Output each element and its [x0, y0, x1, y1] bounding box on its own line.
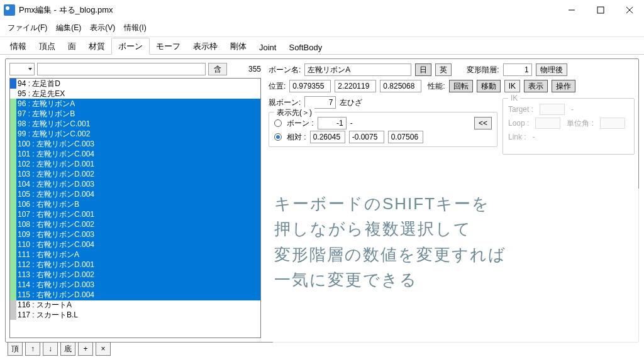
ik-angle-label: 単位角 : [567, 118, 594, 129]
list-item[interactable]: 94 : 左足首D [10, 79, 260, 89]
add-button[interactable]: + [78, 342, 93, 356]
list-item[interactable]: 110 : 右靴リボンC.004 [10, 239, 260, 250]
swatch-icon [10, 179, 16, 189]
pos-z-input[interactable] [380, 80, 421, 92]
tab-display[interactable]: 表示枠 [187, 38, 224, 54]
lang-en-button[interactable]: 英 [435, 63, 452, 76]
list-item[interactable]: 108 : 右靴リボンC.002 [10, 219, 260, 229]
swatch-icon [10, 149, 16, 159]
list-item[interactable]: 95 : 左足先EX [10, 89, 260, 99]
search-go-button[interactable]: 含 [208, 63, 227, 75]
list-item-label: 98 : 左靴リボンC.001 [16, 119, 260, 129]
pos-x-input[interactable] [289, 80, 331, 92]
ik-toggle[interactable]: IK [504, 80, 520, 92]
list-item[interactable]: 107 : 右靴リボンC.001 [10, 209, 260, 219]
menu-edit[interactable]: 編集(E) [56, 23, 81, 33]
menu-view[interactable]: 表示(V) [90, 23, 115, 33]
display-toggle[interactable]: 表示 [524, 80, 548, 92]
menu-info[interactable]: 情報(I) [124, 23, 146, 33]
move-bottom-button[interactable]: 底 [60, 342, 75, 356]
list-item-label: 111 : 右靴リボンA [16, 250, 260, 260]
list-item-label: 94 : 左足首D [16, 79, 60, 89]
deform-layer-input[interactable] [503, 63, 532, 76]
list-item[interactable]: 96 : 左靴リボンA [10, 99, 260, 109]
rel-z-input[interactable] [388, 131, 423, 143]
search-input[interactable] [37, 63, 206, 75]
list-item[interactable]: 113 : 右靴リボンD.002 [10, 270, 260, 280]
move-toggle[interactable]: 移動 [477, 80, 501, 92]
list-item[interactable]: 116 : スカートA [10, 300, 260, 310]
list-item[interactable]: 99 : 左靴リボンC.002 [10, 129, 260, 139]
list-item[interactable]: 101 : 左靴リボンC.004 [10, 149, 260, 159]
minimize-button[interactable] [557, 0, 586, 20]
list-item[interactable]: 97 : 左靴リボンB [10, 109, 260, 119]
list-item-label: 100 : 左靴リボンC.003 [16, 139, 260, 150]
list-item[interactable]: 117 : スカートB.L [10, 310, 260, 320]
swatch-icon [10, 159, 16, 169]
list-item[interactable]: 98 : 左靴リボンC.001 [10, 119, 260, 129]
parent-bone-label: 親ボーン: [269, 97, 301, 108]
tab-vertex[interactable]: 頂点 [33, 38, 62, 54]
tab-rigid[interactable]: 剛体 [224, 38, 253, 54]
maximize-button[interactable] [586, 0, 615, 20]
tab-material[interactable]: 材質 [82, 38, 111, 54]
lang-jp-button[interactable]: 日 [415, 63, 431, 76]
list-item-label: 103 : 左靴リボンD.002 [16, 169, 260, 180]
tab-morph[interactable]: モーフ [150, 38, 187, 54]
move-down-button[interactable]: ↓ [43, 342, 58, 356]
tab-bar: 情報 頂点 面 材質 ボーン モーフ 表示枠 剛体 Joint SoftBody [0, 38, 644, 55]
menu-file[interactable]: ファイル(F) [8, 23, 47, 33]
list-item[interactable]: 103 : 左靴リボンD.002 [10, 169, 260, 179]
tab-softbody[interactable]: SoftBody [282, 40, 328, 54]
connect-relative-radio[interactable] [274, 133, 282, 141]
list-item-label: 112 : 右靴リボンD.001 [16, 260, 260, 270]
list-item-label: 107 : 右靴リボンC.001 [16, 209, 260, 220]
delete-button[interactable]: × [96, 342, 111, 356]
rel-x-input[interactable] [310, 131, 345, 143]
connect-bone-idx[interactable] [318, 117, 347, 129]
pos-y-input[interactable] [335, 80, 376, 92]
ik-angle-input [600, 118, 625, 129]
list-item[interactable]: 114 : 右靴リボンD.003 [10, 280, 260, 290]
connect-bone-radio[interactable] [274, 119, 282, 127]
list-item-label: 102 : 左靴リボンD.001 [16, 159, 260, 170]
connect-bone-label: ボーン : [287, 118, 314, 129]
rewind-button[interactable]: << [474, 117, 492, 129]
list-item[interactable]: 105 : 左靴リボンD.004 [10, 189, 260, 199]
list-item[interactable]: 104 : 左靴リボンD.003 [10, 179, 260, 189]
swatch-icon [10, 139, 16, 149]
bone-listbox[interactable]: 94 : 左足首D95 : 左足先EX96 : 左靴リボンA97 : 左靴リボン… [9, 78, 261, 338]
list-item[interactable]: 111 : 右靴リボンA [10, 250, 260, 260]
list-item-label: 117 : スカートB.L [16, 310, 78, 321]
bone-name-input[interactable] [304, 63, 411, 76]
tab-info[interactable]: 情報 [4, 38, 33, 54]
tab-bone[interactable]: ボーン [111, 38, 150, 55]
operate-toggle[interactable]: 操作 [552, 80, 575, 92]
rel-y-input[interactable] [349, 131, 384, 143]
svg-rect-1 [597, 7, 604, 13]
tab-face[interactable]: 面 [62, 38, 82, 54]
close-button[interactable] [615, 0, 644, 20]
list-item-label: 115 : 右靴リボンD.004 [16, 290, 260, 300]
main-panel: 含 355 94 : 左足首D95 : 左足先EX96 : 左靴リボンA97 :… [5, 58, 639, 343]
ik-link-label: Link : [508, 133, 526, 141]
list-item[interactable]: 102 : 左靴リボンD.001 [10, 159, 260, 169]
swatch-icon [10, 260, 16, 270]
tab-joint[interactable]: Joint [253, 40, 282, 54]
swatch-icon [10, 219, 16, 229]
physics-after-button[interactable]: 物理後 [536, 63, 567, 76]
list-item[interactable]: 109 : 右靴リボンC.003 [10, 229, 260, 239]
menu-bar: ファイル(F) 編集(E) 表示(V) 情報(I) [0, 20, 644, 35]
move-top-button[interactable]: 頂 [8, 342, 23, 356]
filter-select[interactable] [9, 63, 35, 75]
parent-bone-input[interactable] [304, 96, 336, 109]
list-item[interactable]: 100 : 左靴リボンC.003 [10, 139, 260, 149]
rotate-toggle[interactable]: 回転 [449, 80, 473, 92]
move-up-button[interactable]: ↑ [25, 342, 40, 356]
list-item[interactable]: 112 : 右靴リボンD.001 [10, 260, 260, 270]
window-title: Pmx編集 - ヰる_blog.pmx [19, 4, 113, 16]
list-item[interactable]: 115 : 右靴リボンD.004 [10, 290, 260, 300]
position-label: 位置: [269, 81, 286, 92]
swatch-icon [10, 290, 16, 300]
list-item[interactable]: 106 : 右靴リボンB [10, 199, 260, 209]
